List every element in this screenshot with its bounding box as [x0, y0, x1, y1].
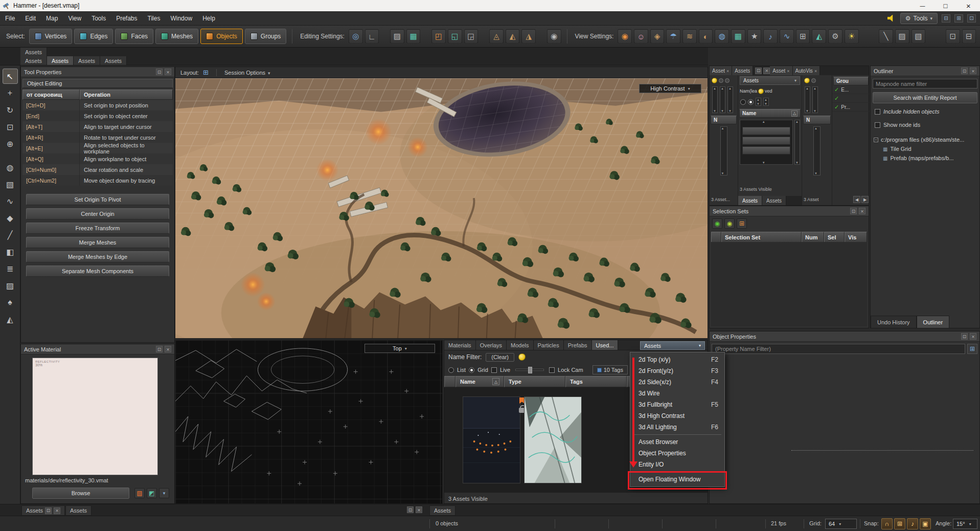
float-panel-icon[interactable] [850, 208, 857, 214]
dock-tab-assets-3[interactable]: Assets [74, 56, 100, 65]
pivot-icon-3[interactable]: ◮ [521, 29, 536, 43]
tree-node-tile-grid[interactable]: Tile Grid [871, 144, 979, 153]
select-tool-icon[interactable]: ↖ [3, 69, 18, 84]
layout-grid-icon[interactable]: ⊞ [203, 69, 209, 76]
grid-view-icon[interactable]: ▦ [731, 29, 745, 43]
pivot-icon-2[interactable]: ◭ [506, 29, 520, 43]
close-panel-icon[interactable] [970, 68, 976, 74]
dock-tab-assets-4[interactable]: Assets [100, 56, 127, 65]
paint-tool-icon[interactable]: ▨ [3, 278, 18, 293]
live-checkbox[interactable] [491, 367, 497, 373]
column-vis[interactable]: Vis [845, 232, 867, 242]
mini-scrollbar[interactable] [813, 126, 821, 175]
mini-slider[interactable] [712, 86, 718, 113]
select-mode-meshes[interactable]: Meshes [155, 29, 198, 44]
float-panel-icon[interactable] [156, 69, 163, 75]
thumbnail-size-slider[interactable] [515, 369, 544, 371]
mini-slider[interactable] [812, 86, 818, 113]
close-icon[interactable] [726, 68, 729, 74]
tab-materials[interactable]: Materials [444, 340, 476, 350]
hatch-pattern-icon-1[interactable]: ╲ [879, 29, 893, 43]
tab-overlays[interactable]: Overlays [476, 340, 507, 350]
select-mode-faces[interactable]: Faces [115, 29, 153, 44]
close-panel-icon[interactable] [165, 346, 171, 352]
dock-tab-assets[interactable]: Assets [20, 48, 47, 56]
tab-prefabs[interactable]: Prefabs [564, 340, 592, 350]
hatch-grid-icon[interactable]: ▨ [390, 29, 404, 43]
asset-thumbnail-terrain[interactable] [524, 396, 582, 483]
property-name-filter-input[interactable] [712, 344, 965, 354]
layout-window-button-3[interactable]: ⊡ [967, 14, 976, 23]
mini-name-header[interactable]: N [711, 116, 737, 124]
color-filter-icon[interactable] [712, 78, 717, 83]
slider-knob[interactable] [528, 367, 532, 373]
close-panel-icon[interactable] [859, 208, 865, 214]
include-hidden-checkbox[interactable] [875, 109, 880, 115]
workplane-icon-1[interactable]: ◰ [431, 29, 446, 43]
wave-view-icon[interactable]: ∿ [780, 29, 794, 43]
snap-note-icon[interactable]: ♪ [907, 518, 918, 529]
shaded-view-icon[interactable]: ◉ [618, 29, 632, 43]
scale-tool-icon[interactable]: ⊡ [3, 119, 18, 135]
layout-window-button-2[interactable]: ⊞ [954, 14, 963, 23]
gem-view-icon[interactable]: ◈ [650, 29, 665, 43]
mini-radio[interactable] [811, 78, 816, 83]
mini-slider[interactable] [720, 86, 725, 113]
separate-mesh-components-button[interactable]: Separate Mesh Components [26, 266, 169, 277]
selection-sets-list[interactable] [711, 242, 867, 326]
weather-view-icon[interactable]: ☂ [666, 29, 680, 43]
menu-map[interactable]: Map [41, 15, 63, 22]
camera-icon[interactable]: ◉ [547, 29, 561, 43]
collapse-icon[interactable] [874, 138, 878, 142]
asset-thumbnail-particles[interactable] [463, 396, 520, 483]
block-tool-icon[interactable]: ▧ [3, 176, 18, 192]
monitor-icon-1[interactable]: ⊡ [946, 29, 960, 43]
check-icon[interactable] [834, 86, 839, 93]
center-origin-button[interactable]: Center Origin [26, 208, 169, 219]
search-entity-report-button[interactable]: Search with Entity Report [873, 92, 977, 103]
foliage-tool-icon[interactable]: ♠ [3, 295, 18, 310]
object-editing-header[interactable]: Object Editing [22, 79, 173, 88]
mini-tab-autovis[interactable]: AutoVis [793, 66, 821, 75]
tilegrid-view-icon[interactable]: ⊞ [796, 29, 810, 43]
tab-models[interactable]: Models [507, 340, 533, 350]
tab-particles[interactable]: Particles [534, 340, 564, 350]
dock-tab-assets-2[interactable]: Assets [47, 56, 74, 65]
tree-node-root[interactable]: c:/program files (x86)/steam/ste... [871, 135, 979, 144]
mirror-tool-icon[interactable]: ◧ [3, 244, 18, 259]
bottom-tab-assets-2[interactable]: Assets [65, 505, 92, 516]
new-selection-set-icon[interactable]: ◉ [712, 218, 722, 229]
color-filter-icon[interactable] [518, 353, 526, 361]
sphere-view-icon[interactable]: ◍ [715, 29, 729, 43]
grid-snap-icon[interactable]: ▦ [406, 29, 421, 43]
mini-assets-dropdown[interactable]: Assets [740, 76, 800, 85]
merge-meshes-by-edge-button[interactable]: Merge Meshes by Edge [26, 251, 169, 262]
workplane-icon-2[interactable]: ◱ [448, 29, 462, 43]
add-entity-tool-icon[interactable]: ⊕ [3, 136, 18, 151]
check-icon[interactable] [834, 95, 839, 102]
menu-item-2d-front[interactable]: 2d Front(y/z)F3 [630, 365, 724, 377]
merge-meshes-button[interactable]: Merge Meshes [26, 237, 169, 248]
axis-icon[interactable]: ∟ [365, 29, 379, 43]
mini-radio[interactable] [719, 78, 723, 83]
tools-dropdown-button[interactable]: ⚙ Tools [900, 13, 938, 24]
float-panel-icon[interactable] [156, 346, 163, 352]
select-mode-objects[interactable]: Objects [200, 29, 243, 44]
sort-ascending-icon[interactable] [492, 378, 499, 385]
browse-button[interactable]: Browse [32, 488, 129, 499]
minimize-button[interactable] [911, 0, 934, 11]
group-column-header[interactable]: Grou [833, 77, 869, 85]
tab-outliner[interactable]: Outliner [917, 316, 950, 328]
autovis-row[interactable]: Pr... [832, 103, 870, 112]
star-view-icon[interactable]: ★ [747, 29, 762, 43]
menu-item-asset-browser[interactable]: Asset Browser [630, 436, 724, 448]
column-selection-set[interactable]: Selection Set [721, 232, 802, 242]
freeze-transform-button[interactable]: Freeze Transform [26, 223, 169, 234]
maximize-button[interactable] [934, 0, 957, 11]
workplane-icon-3[interactable]: ◲ [464, 29, 478, 43]
view-direction-dropdown[interactable]: Top [364, 344, 435, 353]
tab-undo-history[interactable]: Undo History [871, 316, 917, 328]
menu-edit[interactable]: Edit [20, 15, 41, 22]
menu-tools[interactable]: Tools [86, 15, 111, 22]
menu-item-entity-io[interactable]: Entity I/O [630, 459, 724, 470]
